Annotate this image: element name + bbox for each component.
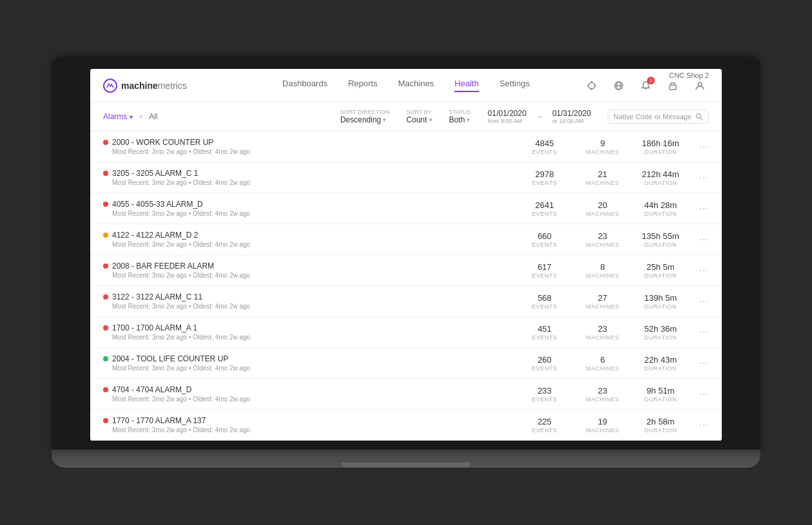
- alarm-events: 225 EVENTS: [516, 417, 574, 434]
- alarm-events: 568 EVENTS: [516, 293, 574, 310]
- alarms-arrow-icon: ▾: [130, 113, 133, 120]
- nav-reports[interactable]: Reports: [348, 79, 378, 92]
- alarm-more-button[interactable]: ⋯: [690, 419, 709, 431]
- table-row[interactable]: 2000 - WORK COUNTER UP Most Recent: 3mo …: [90, 131, 722, 162]
- sort-direction-group: Sort Direction Descending ▾: [340, 109, 390, 124]
- alarm-machines: 23 MACHINES: [574, 231, 632, 248]
- lock-icon-btn[interactable]: [664, 77, 682, 95]
- alarm-duration: 22h 43m DURATION: [632, 355, 690, 372]
- alarm-name: 1770 - 1770 ALARM_A 137: [103, 416, 516, 425]
- alarm-name: 3205 - 3205 ALARM_C 1: [103, 169, 516, 178]
- alarm-more-button[interactable]: ⋯: [690, 357, 709, 369]
- search-placeholder: Native Code or Message: [614, 113, 691, 120]
- alarm-duration: 25h 5m DURATION: [632, 262, 690, 279]
- table-row[interactable]: 3205 - 3205 ALARM_C 1 Most Recent: 3mo 2…: [90, 162, 722, 193]
- alarm-dot: [103, 263, 108, 269]
- date-from[interactable]: 01/01/2020 from 8:00 AM: [488, 109, 527, 124]
- alarm-name: 4122 - 4122 ALARM_D 2: [103, 231, 516, 240]
- alarm-meta: Most Recent: 3mo 2w ago • Oldest: 4mo 2w…: [112, 272, 516, 279]
- alarm-events: 617 EVENTS: [516, 262, 574, 279]
- status-select[interactable]: Both ▾: [449, 115, 471, 124]
- alarm-duration: 212h 44m DURATION: [632, 169, 690, 186]
- alarms-table: 2000 - WORK COUNTER UP Most Recent: 3mo …: [90, 131, 722, 441]
- alarm-meta: Most Recent: 3mo 2w ago • Oldest: 4mo 2w…: [112, 426, 516, 434]
- date-range: 01/01/2020 from 8:00 AM → 01/31/2020 or …: [488, 109, 591, 124]
- alarm-duration: 52h 36m DURATION: [632, 324, 690, 341]
- sort-direction-select[interactable]: Descending ▾: [340, 115, 390, 124]
- alarm-info: 2008 - BAR FEEDER ALARM Most Recent: 3mo…: [103, 262, 516, 279]
- crosshair-icon-btn[interactable]: [583, 77, 601, 95]
- alarm-info: 4122 - 4122 ALARM_D 2 Most Recent: 3mo 2…: [103, 231, 516, 248]
- alarm-name: 1700 - 1700 ALARM_A 1: [103, 323, 516, 332]
- table-row[interactable]: 2008 - BAR FEEDER ALARM Most Recent: 3mo…: [90, 255, 722, 286]
- nav-machines[interactable]: Machines: [398, 79, 434, 92]
- alarm-dot: [103, 233, 108, 238]
- alarm-machines: 19 MACHINES: [574, 417, 632, 434]
- nav-links: Dashboards Reports Machines Health Setti…: [282, 79, 530, 92]
- alarm-duration: 186h 16m DURATION: [632, 138, 690, 155]
- alarm-events: 2978 EVENTS: [516, 169, 574, 186]
- alarm-machines: 23 MACHINES: [574, 386, 632, 403]
- alarm-dot: [103, 387, 108, 392]
- nav-settings[interactable]: Settings: [499, 79, 530, 92]
- alarms-filter-pill[interactable]: Alarms ▾: [103, 112, 133, 121]
- date-to[interactable]: 01/31/2020 or 10:00 AM: [552, 109, 591, 124]
- table-row[interactable]: 1770 - 1770 ALARM_A 137 Most Recent: 3mo…: [90, 410, 722, 441]
- alarm-more-button[interactable]: ⋯: [690, 171, 709, 184]
- sort-by-select[interactable]: Count ▾: [407, 115, 432, 124]
- svg-rect-9: [670, 85, 676, 90]
- alarm-more-button[interactable]: ⋯: [690, 295, 709, 307]
- table-row[interactable]: 4055 - 4055-33 ALARM_D Most Recent: 3mo …: [90, 193, 722, 224]
- laptop-wrapper: CNC Shop 2 machinemetrics Dashboards Rep…: [52, 57, 760, 468]
- alarm-name: 2008 - BAR FEEDER ALARM: [103, 262, 516, 271]
- user-icon-btn[interactable]: [691, 77, 709, 95]
- alarm-name: 2004 - TOOL LIFE COUNTER UP: [103, 354, 516, 363]
- alarm-name: 4704 - 4704 ALARM_D: [103, 385, 516, 394]
- notification-badge: 1: [647, 77, 655, 84]
- alarm-more-button[interactable]: ⋯: [690, 202, 709, 215]
- search-box[interactable]: Native Code or Message: [608, 110, 709, 124]
- table-row[interactable]: 1700 - 1700 ALARM_A 1 Most Recent: 3mo 2…: [90, 317, 722, 348]
- status-group: Status Both ▾: [449, 109, 471, 124]
- status-label: Status: [449, 109, 471, 115]
- alarm-duration: 135h 55m DURATION: [632, 231, 690, 248]
- alarm-info: 3205 - 3205 ALARM_C 1 Most Recent: 3mo 2…: [103, 169, 516, 186]
- alarm-more-button[interactable]: ⋯: [690, 264, 709, 276]
- table-row[interactable]: 3122 - 3122 ALARM_C 11 Most Recent: 3mo …: [90, 286, 722, 317]
- logo-text: machinemetrics: [121, 81, 187, 91]
- alarm-more-button[interactable]: ⋯: [690, 140, 709, 153]
- alarm-meta: Most Recent: 3mo 2w ago • Oldest: 4mo 2w…: [112, 241, 516, 248]
- logo-area: machinemetrics: [103, 79, 187, 93]
- alarm-events: 2641 EVENTS: [516, 200, 574, 217]
- sort-by-label: Sort by: [407, 109, 432, 115]
- bell-icon-btn[interactable]: 1: [637, 77, 655, 95]
- alarm-meta: Most Recent: 3mo 2w ago • Oldest: 4mo 2w…: [112, 179, 516, 186]
- alarm-name: 2000 - WORK COUNTER UP: [103, 138, 516, 147]
- screen-inner: CNC Shop 2 machinemetrics Dashboards Rep…: [90, 69, 722, 441]
- svg-point-10: [698, 82, 702, 86]
- alarm-info: 4055 - 4055-33 ALARM_D Most Recent: 3mo …: [103, 200, 516, 217]
- alarm-dot: [103, 418, 108, 423]
- alarm-duration: 44h 28m DURATION: [632, 200, 690, 217]
- alarm-machines: 6 MACHINES: [574, 355, 632, 372]
- alarm-more-button[interactable]: ⋯: [690, 388, 709, 400]
- table-row[interactable]: 4122 - 4122 ALARM_D 2 Most Recent: 3mo 2…: [90, 224, 722, 255]
- alarm-more-button[interactable]: ⋯: [690, 233, 709, 245]
- date-arrow-icon: →: [536, 112, 543, 121]
- logo-icon: [103, 79, 117, 93]
- table-row[interactable]: 2004 - TOOL LIFE COUNTER UP Most Recent:…: [90, 348, 722, 379]
- nav-health[interactable]: Health: [454, 79, 479, 92]
- globe-icon-btn[interactable]: [610, 77, 628, 95]
- alarm-duration: 2h 58m DURATION: [632, 417, 690, 434]
- alarms-label: Alarms: [103, 112, 127, 121]
- alarm-info: 2000 - WORK COUNTER UP Most Recent: 3mo …: [103, 138, 516, 155]
- alarm-more-button[interactable]: ⋯: [690, 326, 709, 338]
- alarm-dot: [103, 171, 108, 176]
- alarm-meta: Most Recent: 3mo 2w ago • Oldest: 4mo 2w…: [112, 365, 516, 372]
- alarm-events: 260 EVENTS: [516, 355, 574, 372]
- svg-point-11: [697, 114, 701, 119]
- table-row[interactable]: 4704 - 4704 ALARM_D Most Recent: 3mo 2w …: [90, 379, 722, 410]
- alarm-name: 4055 - 4055-33 ALARM_D: [103, 200, 516, 209]
- nav-dashboards[interactable]: Dashboards: [282, 79, 327, 92]
- alarm-duration: 9h 51m DURATION: [632, 386, 690, 403]
